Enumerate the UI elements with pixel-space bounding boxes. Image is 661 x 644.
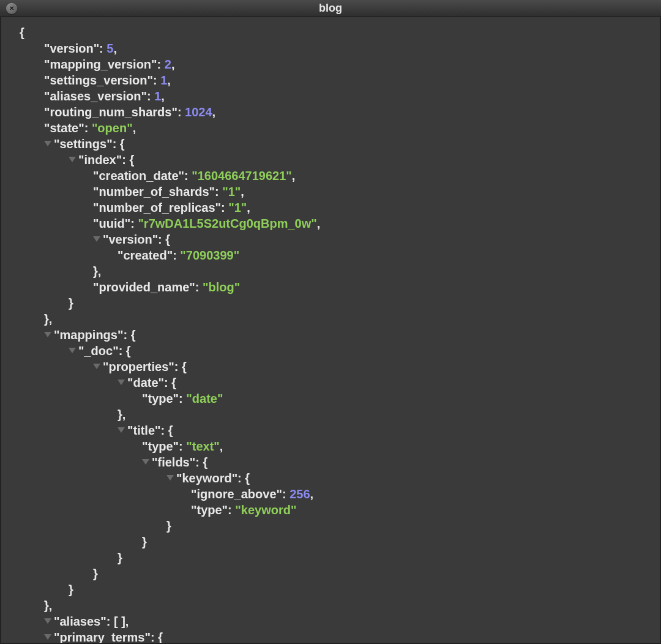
- json-row-aliases: "aliases": [ ],: [20, 613, 655, 629]
- chevron-down-icon[interactable]: [44, 618, 51, 624]
- json-brace-close: }: [20, 566, 655, 582]
- chevron-down-icon[interactable]: [118, 427, 125, 433]
- json-row-ignore-above: "ignore_above": 256,: [20, 486, 655, 502]
- chevron-down-icon[interactable]: [93, 364, 100, 369]
- json-brace-close: },: [20, 597, 655, 613]
- json-row-mappings: "mappings": {: [20, 327, 655, 343]
- json-row-creation-date: "creation_date": "1604664719621",: [20, 168, 655, 184]
- json-brace-close: }: [20, 550, 655, 566]
- json-row-settings: "settings": {: [20, 136, 655, 152]
- json-row-number-of-replicas: "number_of_replicas": "1",: [20, 200, 655, 215]
- chevron-down-icon[interactable]: [93, 236, 100, 242]
- json-row-state: "state": "open",: [20, 120, 655, 136]
- json-brace-open: {: [20, 24, 655, 40]
- json-row-doc: "_doc": {: [20, 343, 655, 359]
- json-brace-close: }: [20, 534, 655, 550]
- json-row-aliases-version: "aliases_version": 1,: [20, 88, 655, 104]
- json-viewer: { "version": 5, "mapping_version": 2, "s…: [0, 17, 661, 644]
- chevron-down-icon[interactable]: [44, 332, 51, 337]
- json-row-keyword: "keyword": {: [20, 470, 655, 486]
- chevron-down-icon[interactable]: [142, 459, 149, 465]
- window-titlebar: blog: [0, 0, 661, 17]
- close-icon[interactable]: [6, 3, 17, 14]
- json-brace-close: }: [20, 518, 655, 534]
- chevron-down-icon[interactable]: [44, 634, 51, 640]
- json-row-fields: "fields": {: [20, 454, 655, 470]
- json-row-type-date: "type": "date": [20, 391, 655, 406]
- json-row-primary-terms: "primary_terms": {: [20, 629, 655, 644]
- json-brace-close: },: [20, 263, 655, 279]
- json-row-provided-name: "provided_name": "blog": [20, 279, 655, 295]
- json-row-type-text: "type": "text",: [20, 438, 655, 454]
- chevron-down-icon[interactable]: [44, 141, 51, 146]
- json-brace-close: },: [20, 311, 655, 327]
- window-title: blog: [0, 2, 661, 15]
- json-row-version: "version": 5,: [20, 40, 655, 56]
- json-brace-close: },: [20, 406, 655, 422]
- json-row-number-of-shards: "number_of_shards": "1",: [20, 184, 655, 200]
- chevron-down-icon[interactable]: [118, 380, 125, 385]
- json-row-routing-num-shards: "routing_num_shards": 1024,: [20, 104, 655, 120]
- json-row-properties: "properties": {: [20, 359, 655, 375]
- chevron-down-icon[interactable]: [69, 348, 76, 353]
- json-row-uuid: "uuid": "r7wDA1L5S2utCg0qBpm_0w",: [20, 215, 655, 231]
- json-brace-close: }: [20, 295, 655, 311]
- json-row-created: "created": "7090399": [20, 247, 655, 263]
- json-row-title: "title": {: [20, 422, 655, 438]
- json-row-index: "index": {: [20, 152, 655, 168]
- json-row-type-keyword: "type": "keyword": [20, 502, 655, 518]
- json-row-mapping-version: "mapping_version": 2,: [20, 56, 655, 72]
- chevron-down-icon[interactable]: [166, 475, 174, 481]
- json-row-date: "date": {: [20, 375, 655, 391]
- chevron-down-icon[interactable]: [69, 157, 76, 162]
- json-row-settings-version: "settings_version": 1,: [20, 72, 655, 88]
- json-row-index-version: "version": {: [20, 231, 655, 247]
- json-brace-close: }: [20, 582, 655, 597]
